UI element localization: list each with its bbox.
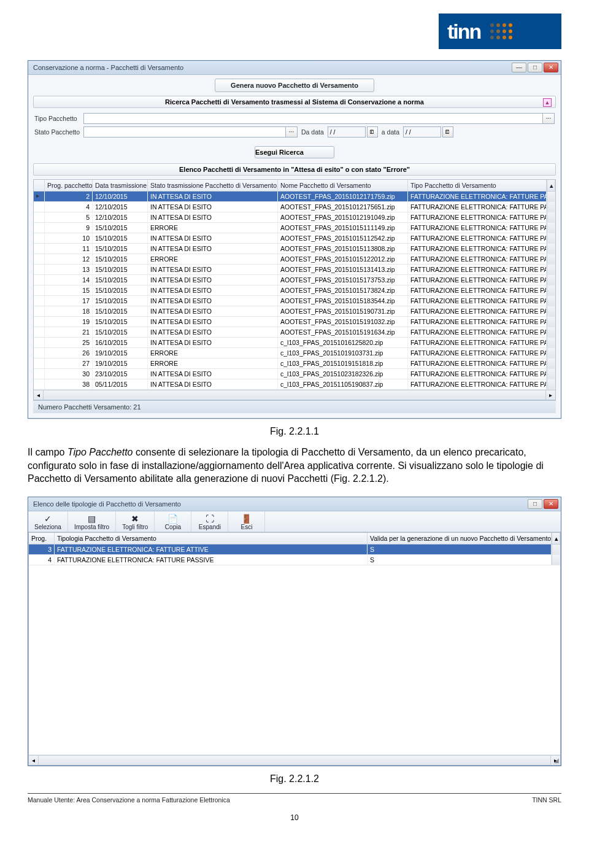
row-marker	[34, 202, 45, 212]
table-row[interactable]: 1015/10/2015IN ATTESA DI ESITOAOOTEST_FP…	[34, 233, 555, 244]
scrollbar[interactable]	[547, 285, 555, 295]
table-row[interactable]: 1515/10/2015IN ATTESA DI ESITOAOOTEST_FP…	[34, 285, 555, 296]
table-row[interactable]: 3FATTURAZIONE ELETTRONICA: FATTURE ATTIV…	[29, 544, 560, 555]
search-button[interactable]: Esegui Ricerca	[255, 146, 334, 158]
col-stato[interactable]: Stato trasmissione Pacchetto di Versamen…	[148, 180, 278, 191]
row-marker	[34, 358, 45, 368]
resize-grip-icon[interactable]: ◢	[554, 757, 559, 764]
table-row[interactable]: 1315/10/2015IN ATTESA DI ESITOAOOTEST_FP…	[34, 265, 555, 275]
scrollbar[interactable]	[547, 338, 555, 347]
tipologie-grid: Prog. Tipologia Pacchetto di Versamento …	[28, 532, 561, 765]
maximize-icon[interactable]: □	[528, 499, 542, 509]
scrollbar[interactable]	[547, 327, 555, 337]
table-row[interactable]: 1115/10/2015IN ATTESA DI ESITOAOOTEST_FP…	[34, 244, 555, 254]
scrollbar[interactable]	[552, 555, 560, 565]
cell: 3	[29, 544, 55, 554]
scrollbar[interactable]	[547, 296, 555, 306]
col-valida[interactable]: Valida per la generazione di un nuovo Pa…	[368, 533, 552, 544]
table-row[interactable]: 1715/10/2015IN ATTESA DI ESITOAOOTEST_FP…	[34, 296, 555, 306]
row-marker	[34, 285, 45, 295]
calendar-icon[interactable]: 🗓	[442, 126, 453, 138]
scrollbar[interactable]	[547, 244, 555, 254]
table-row[interactable]: 412/10/2015IN ATTESA DI ESITOAOOTEST_FPA…	[34, 202, 555, 212]
da-data-input[interactable]: / /	[328, 126, 366, 138]
col-prog[interactable]: Prog.	[29, 533, 55, 544]
scroll-up-icon[interactable]: ▴	[547, 180, 555, 191]
col-nome[interactable]: Nome Pacchetto di Versamento	[278, 180, 408, 191]
scroll-left-icon[interactable]: ◂	[29, 756, 39, 765]
table-row[interactable]: 3023/10/2015IN ATTESA DI ESITOc_l103_FPA…	[34, 369, 555, 379]
table-row[interactable]: 2619/10/2015ERROREc_l103_FPAS_2015101910…	[34, 348, 555, 358]
table-row[interactable]: 3805/11/2015IN ATTESA DI ESITOc_l103_FPA…	[34, 379, 555, 390]
scrollbar[interactable]	[547, 202, 555, 212]
cell: 38	[45, 379, 93, 389]
togli-filtro-icon: ✖	[122, 514, 148, 524]
stato-pacchetto-lookup-button[interactable]: ···	[285, 126, 298, 138]
minimize-icon[interactable]: —	[512, 63, 526, 72]
stato-pacchetto-input[interactable]	[83, 126, 286, 138]
scrollbar[interactable]	[547, 275, 555, 285]
cell: AOOTEST_FPAS_20151015112542.zip	[278, 233, 408, 243]
scrollbar[interactable]	[547, 369, 555, 379]
table-row[interactable]: 1215/10/2015ERROREAOOTEST_FPAS_201510151…	[34, 254, 555, 265]
table-row[interactable]: 1415/10/2015IN ATTESA DI ESITOAOOTEST_FP…	[34, 275, 555, 285]
a-data-input[interactable]: / /	[403, 126, 441, 138]
cell: IN ATTESA DI ESITO	[148, 233, 278, 243]
col-tipologia[interactable]: Tipologia Pacchetto di Versamento	[55, 533, 368, 544]
table-row[interactable]: 2115/10/2015IN ATTESA DI ESITOAOOTEST_FP…	[34, 327, 555, 338]
table-row[interactable]: 4FATTURAZIONE ELETTRONICA: FATTURE PASSI…	[29, 555, 560, 565]
scrollbar[interactable]	[547, 379, 555, 389]
table-row[interactable]: 915/10/2015ERROREAOOTEST_FPAS_2015101511…	[34, 223, 555, 233]
scrollbar[interactable]	[547, 348, 555, 358]
scrollbar[interactable]	[547, 265, 555, 274]
cell: AOOTEST_FPAS_20151015122012.zip	[278, 254, 408, 264]
cell: c_l103_FPAS_20151019151818.zip	[278, 358, 408, 368]
copia-icon: 📄	[161, 514, 185, 524]
scroll-right-icon[interactable]: ▸	[545, 390, 555, 400]
generate-package-button[interactable]: Genera nuovo Pacchetto di Versamento	[215, 79, 374, 92]
scrollbar[interactable]	[547, 358, 555, 368]
cell: 15/10/2015	[93, 244, 148, 254]
espandi-button[interactable]: ⛶Espandi	[191, 511, 228, 532]
col-data[interactable]: Data trasmissione	[93, 180, 148, 191]
maximize-icon[interactable]: □	[528, 63, 542, 72]
scrollbar[interactable]	[547, 317, 555, 327]
col-tipo[interactable]: Tipo Pacchetto di Versamento	[408, 180, 547, 191]
tipo-pacchetto-input[interactable]	[83, 113, 543, 124]
table-row[interactable]: 1915/10/2015IN ATTESA DI ESITOAOOTEST_FP…	[34, 317, 555, 327]
close-icon[interactable]: ✕	[544, 63, 558, 72]
cell: 15/10/2015	[93, 223, 148, 233]
calendar-icon[interactable]: 🗓	[367, 126, 378, 138]
toolbar-label: Seleziona	[34, 524, 61, 530]
scrollbar[interactable]	[547, 233, 555, 243]
scrollbar[interactable]	[552, 544, 560, 554]
scrollbar[interactable]	[547, 223, 555, 233]
seleziona-button[interactable]: ✓Seleziona	[28, 511, 68, 532]
tipo-pacchetto-lookup-button[interactable]: ···	[542, 113, 555, 124]
table-row[interactable]: 2719/10/2015ERROREc_l103_FPAS_2015101915…	[34, 358, 555, 369]
table-row[interactable]: 512/10/2015IN ATTESA DI ESITOAOOTEST_FPA…	[34, 212, 555, 223]
table-row[interactable]: 1815/10/2015IN ATTESA DI ESITOAOOTEST_FP…	[34, 306, 555, 317]
togli-filtro-button[interactable]: ✖Togli filtro	[116, 511, 155, 532]
table-row[interactable]: ▸212/10/2015IN ATTESA DI ESITOAOOTEST_FP…	[34, 192, 555, 202]
esci-button[interactable]: 🚪Esci	[228, 511, 265, 532]
table-row[interactable]: 2516/10/2015IN ATTESA DI ESITOc_l103_FPA…	[34, 338, 555, 348]
scrollbar[interactable]	[547, 212, 555, 222]
row-marker	[34, 212, 45, 222]
cell: FATTURAZIONE ELETTRONICA: FATTURE PASSIV…	[408, 348, 547, 358]
scrollbar[interactable]	[547, 254, 555, 264]
current-row-icon: ▸	[36, 192, 39, 199]
row-marker	[34, 306, 45, 316]
collapse-icon[interactable]: ▲	[543, 98, 552, 107]
col-prog[interactable]: Prog. pacchetto	[45, 180, 93, 191]
cell: FATTURAZIONE ELETTRONICA: FATTURE PASSIV…	[408, 244, 547, 254]
scrollbar[interactable]	[547, 192, 555, 201]
close-icon[interactable]: ✕	[544, 499, 558, 509]
copia-button[interactable]: 📄Copia	[155, 511, 191, 532]
scroll-up-icon[interactable]: ▴	[552, 533, 560, 544]
scroll-left-icon[interactable]: ◂	[34, 390, 44, 400]
scrollbar[interactable]	[547, 306, 555, 316]
row-marker	[34, 348, 45, 358]
imposta-filtro-button[interactable]: ▤Imposta filtro	[68, 511, 116, 532]
row-marker	[34, 317, 45, 327]
